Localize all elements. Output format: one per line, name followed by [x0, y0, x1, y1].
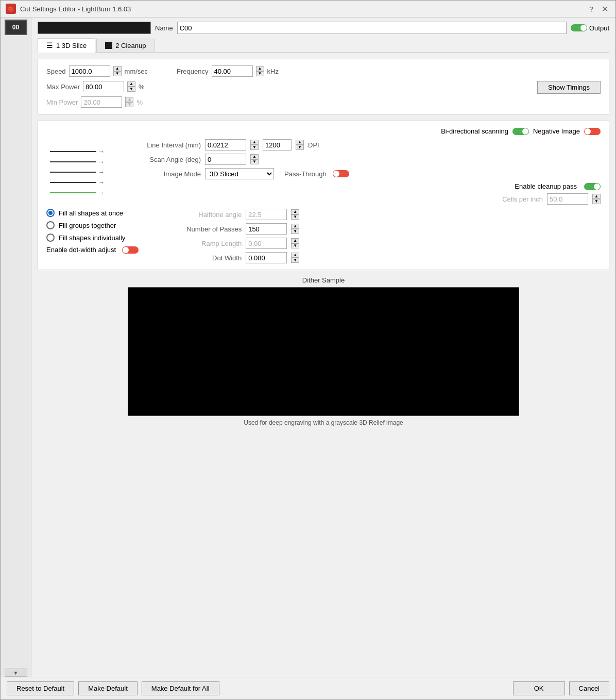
extra-fields: Halftone angle ▲ ▼ Number of Passes [159, 209, 601, 263]
frequency-down-btn[interactable]: ▼ [256, 71, 264, 76]
dpi-input[interactable] [263, 139, 292, 151]
bi-directional-label: Bi-directional scanning [441, 127, 508, 135]
tab-3d-slice-label: 1 3D Slice [56, 42, 87, 49]
scan-angle-down-btn[interactable]: ▼ [250, 159, 259, 164]
fill-all-label: Fill all shapes at once [59, 209, 123, 217]
dpi-down-btn[interactable]: ▼ [296, 145, 304, 150]
window-body: 00 ▼ Name Output ☰ [1, 18, 615, 677]
fill-groups-option[interactable]: Fill groups together [46, 221, 139, 229]
scan-angle-input[interactable] [205, 154, 246, 165]
fill-groups-radio[interactable] [46, 221, 55, 229]
fill-groups-label: Fill groups together [59, 222, 116, 229]
footer: Reset to Default Make Default Make Defau… [1, 677, 615, 699]
speed-input[interactable] [69, 65, 110, 77]
max-power-unit: % [139, 83, 145, 91]
frequency-input[interactable] [212, 65, 253, 77]
fill-all-radio[interactable] [46, 209, 55, 217]
halftone-up-btn[interactable]: ▲ [291, 209, 299, 214]
enable-cleanup-toggle[interactable] [584, 183, 601, 190]
passes-up-btn[interactable]: ▲ [291, 224, 299, 229]
reset-to-default-button[interactable]: Reset to Default [7, 681, 74, 695]
halftone-down-btn[interactable]: ▼ [291, 214, 299, 220]
dither-caption: Used for deep engraving with a grayscale… [244, 419, 403, 426]
fill-individually-radio[interactable] [46, 234, 55, 242]
ramp-length-down-btn[interactable]: ▼ [291, 243, 299, 248]
ramp-length-input[interactable] [246, 238, 287, 249]
ok-button[interactable]: OK [513, 681, 565, 695]
halftone-input[interactable] [246, 209, 287, 220]
scan-section: Bi-directional scanning Negative Image [38, 121, 609, 270]
min-power-down-btn[interactable]: ▼ [125, 102, 133, 107]
max-power-up-btn[interactable]: ▲ [127, 81, 135, 87]
dot-width-down-btn[interactable]: ▼ [291, 258, 299, 263]
speed-field-group: Speed ▲ ▼ mm/sec [46, 65, 148, 77]
number-of-passes-label: Number of Passes [159, 225, 242, 233]
close-button[interactable]: ✕ [600, 4, 610, 14]
dot-width-spinner: ▲ ▼ [291, 253, 299, 263]
cancel-button[interactable]: Cancel [569, 681, 609, 695]
ramp-length-label: Ramp Length [159, 240, 242, 247]
cells-per-inch-up-btn[interactable]: ▲ [592, 194, 601, 199]
make-default-for-all-button[interactable]: Make Default for All [142, 681, 219, 695]
number-of-passes-input[interactable] [246, 223, 287, 235]
window-title: Cut Settings Editor - LightBurn 1.6.03 [20, 5, 131, 13]
basic-settings-section: Speed ▲ ▼ mm/sec Frequency ▲ [38, 59, 609, 114]
negative-image-toggle[interactable] [584, 128, 601, 135]
output-toggle[interactable] [571, 24, 587, 31]
line-interval-down-btn[interactable]: ▼ [250, 145, 259, 150]
max-power-field-group: Max Power ▲ ▼ % [46, 81, 145, 92]
pass-through-toggle[interactable] [333, 170, 349, 177]
show-timings-button[interactable]: Show Timings [537, 81, 601, 94]
title-bar: 🔴 Cut Settings Editor - LightBurn 1.6.03… [1, 1, 615, 18]
tab-cleanup[interactable]: 2 Cleanup [96, 39, 155, 52]
dot-width-input[interactable] [246, 252, 287, 263]
scan-grid: → → → → [46, 139, 601, 205]
dpi-up-btn[interactable]: ▲ [296, 140, 304, 145]
passes-down-btn[interactable]: ▼ [291, 229, 299, 234]
number-of-passes-row: Number of Passes ▲ ▼ [159, 223, 601, 235]
fill-individually-option[interactable]: Fill shapes individually [46, 234, 139, 242]
main-content: Name Output ☰ 1 3D Slice 2 Cleanup [31, 18, 615, 677]
help-icon[interactable]: ? [589, 5, 593, 13]
make-default-button[interactable]: Make Default [78, 681, 138, 695]
line-interval-up-btn[interactable]: ▲ [250, 140, 259, 145]
image-mode-select[interactable]: 3D Sliced Threshold Ordered Dithering St… [205, 168, 274, 179]
layer-item-00[interactable]: 00 [5, 20, 27, 35]
name-input[interactable] [177, 22, 567, 34]
max-power-down-btn[interactable]: ▼ [127, 87, 135, 92]
frequency-unit: kHz [267, 68, 279, 75]
ramp-length-up-btn[interactable]: ▲ [291, 238, 299, 243]
dot-width-up-btn[interactable]: ▲ [291, 253, 299, 258]
sidebar-scroll-down[interactable]: ▼ [5, 669, 27, 677]
scan-angle-spinner: ▲ ▼ [250, 154, 259, 164]
enable-cleanup-row: Enable cleanup pass [118, 182, 601, 190]
header-row: Name Output [38, 22, 609, 34]
min-power-field-group: Min Power ▲ ▼ % [46, 96, 145, 108]
tab-3d-slice[interactable]: ☰ 1 3D Slice [38, 38, 95, 53]
cells-per-inch-input[interactable] [547, 193, 588, 205]
pass-through-label: Pass-Through [284, 170, 327, 178]
cells-per-inch-down-btn[interactable]: ▼ [592, 199, 601, 204]
scan-lines-icon: → → → → [50, 148, 105, 196]
enable-dot-width-option: Enable dot-width adjust [46, 246, 139, 254]
fill-all-option[interactable]: Fill all shapes at once [46, 209, 139, 217]
max-power-input[interactable] [83, 81, 124, 92]
min-power-up-btn[interactable]: ▲ [125, 97, 133, 102]
ramp-length-spinner: ▲ ▼ [291, 238, 299, 248]
tabs-row: ☰ 1 3D Slice 2 Cleanup [38, 38, 609, 53]
frequency-up-btn[interactable]: ▲ [256, 66, 264, 71]
dot-width-toggle[interactable] [122, 246, 139, 254]
line-interval-label: Line Interval (mm) [118, 141, 201, 149]
speed-down-btn[interactable]: ▼ [113, 71, 122, 76]
ramp-length-row: Ramp Length ▲ ▼ [159, 238, 601, 249]
scan-angle-up-btn[interactable]: ▲ [250, 154, 259, 159]
line-interval-input[interactable] [205, 139, 246, 151]
speed-row: Speed ▲ ▼ mm/sec Frequency ▲ [46, 65, 601, 77]
max-power-label: Max Power [46, 83, 80, 91]
min-power-input[interactable] [81, 96, 122, 108]
dot-width-label: Dot Width [159, 254, 242, 262]
bi-directional-toggle[interactable] [512, 128, 529, 135]
dither-canvas [128, 287, 519, 416]
dither-title: Dither Sample [302, 276, 345, 284]
speed-up-btn[interactable]: ▲ [113, 66, 122, 71]
